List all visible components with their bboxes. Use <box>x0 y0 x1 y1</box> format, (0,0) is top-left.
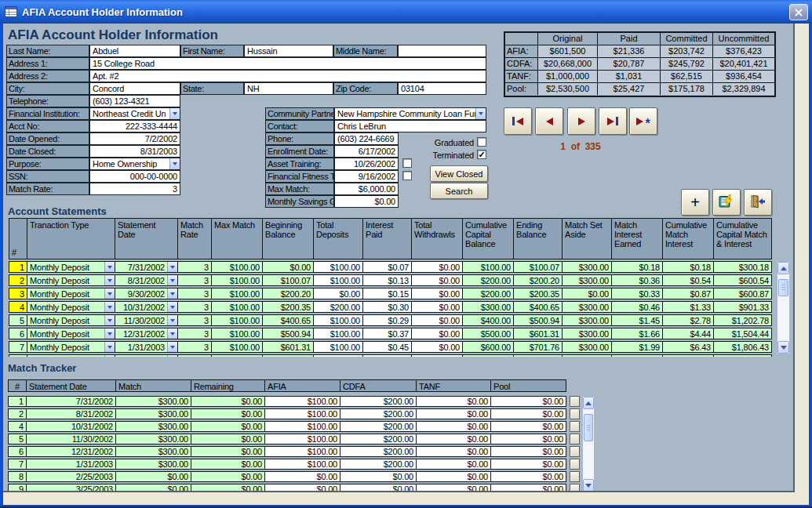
chevron-down-icon[interactable] <box>167 275 177 285</box>
cumulative-capital-match-and-interest-cell[interactable]: $600.54 <box>714 275 771 285</box>
tanf-cell[interactable]: $0.00 <box>417 484 491 492</box>
afia-cell[interactable]: $0.00 <box>265 484 340 492</box>
tracker-row-button[interactable] <box>570 484 580 492</box>
cumulative-capital-match-and-interest-cell[interactable]: $1,202.78 <box>714 315 771 325</box>
address2-field[interactable]: Apt. #2 <box>89 70 486 82</box>
match-rate-cell[interactable]: 3 <box>178 262 212 272</box>
remaining-cell[interactable]: $0.00 <box>191 459 265 469</box>
financial-institution-combobox[interactable]: Northeast Credit Un <box>89 107 180 120</box>
statement-date-cell[interactable]: 11/30/2002 <box>27 434 116 444</box>
chevron-down-icon[interactable] <box>104 275 115 285</box>
last-name-field[interactable]: Abduel <box>89 45 180 57</box>
cdfa-cell[interactable]: $200.00 <box>340 459 417 469</box>
match-rate-cell[interactable]: 3 <box>178 315 212 325</box>
cumulative-match-interest-cell[interactable]: $2.78 <box>663 315 714 325</box>
row-number-cell[interactable]: 5 <box>9 315 27 325</box>
add-statement-button[interactable]: + <box>681 189 709 216</box>
statement-date-cell[interactable]: 1/31/2003 <box>27 459 116 469</box>
tracker-row-button[interactable] <box>570 471 580 482</box>
scroll-up-icon[interactable] <box>777 262 789 274</box>
match-set-aside-cell[interactable]: $300.00 <box>563 262 612 272</box>
chevron-down-icon[interactable] <box>104 355 115 357</box>
window-titlebar[interactable]: AFIA Account Holder Information <box>0 0 812 24</box>
transaction-type-cell[interactable]: Monthly Deposit <box>27 262 115 272</box>
scroll-up-icon[interactable] <box>583 397 594 409</box>
match-set-aside-cell[interactable]: $300.00 <box>563 342 612 352</box>
cumulative-capital-match-and-interest-cell[interactable]: $901.33 <box>714 302 771 312</box>
tanf-cell[interactable]: $0.00 <box>417 459 491 469</box>
tracker-row-button[interactable] <box>570 434 580 444</box>
chevron-down-icon[interactable] <box>167 355 177 357</box>
match-rate-cell[interactable]: 3 <box>178 288 212 299</box>
match-set-aside-cell[interactable]: $300.00 <box>563 315 612 325</box>
cdfa-cell[interactable]: $200.00 <box>340 447 417 456</box>
tracker-scrollbar[interactable] <box>582 396 595 492</box>
close-form-button[interactable] <box>744 189 772 216</box>
match-interest-earned-cell[interactable]: $1.45 <box>612 315 663 325</box>
transaction-type-cell[interactable]: Monthly Deposit <box>27 342 115 352</box>
middle-name-field[interactable] <box>398 45 486 57</box>
total-withdrawls-cell[interactable]: $0.00 <box>412 288 463 299</box>
max-match-cell[interactable]: $100.00 <box>212 328 263 339</box>
interest-paid-cell[interactable]: $0.45 <box>363 342 412 352</box>
statement-date-cell[interactable]: 11/30/2002 <box>115 315 178 325</box>
monthly-savings-goal-field[interactable]: $0.00 <box>334 195 399 208</box>
match-interest-earned-cell[interactable]: $1.99 <box>612 342 663 352</box>
contact-field[interactable]: Chris LeBrun <box>334 120 486 132</box>
tracker-row-button[interactable] <box>570 396 580 407</box>
chevron-down-icon[interactable] <box>167 302 177 312</box>
remaining-cell[interactable]: $0.00 <box>191 409 265 419</box>
tanf-cell[interactable]: $0.00 <box>417 422 491 431</box>
match-cell[interactable]: $300.00 <box>116 434 191 444</box>
match-interest-earned-cell[interactable]: $0.46 <box>612 302 663 312</box>
close-button[interactable] <box>789 4 808 20</box>
cumulative-capital-balance-cell[interactable]: $200.00 <box>463 275 514 285</box>
afia-cell[interactable]: $100.00 <box>265 409 340 419</box>
match-set-aside-cell[interactable]: $300.00 <box>563 275 612 285</box>
row-number-cell[interactable]: 8 <box>9 472 27 481</box>
remaining-cell[interactable]: $0.00 <box>191 472 265 481</box>
total-withdrawls-cell[interactable]: $0.00 <box>412 315 463 325</box>
cumulative-capital-match-and-interest-cell[interactable] <box>714 355 771 357</box>
asset-training-checkbox[interactable] <box>402 158 412 168</box>
date-closed-field[interactable]: 8/31/2003 <box>89 145 180 158</box>
max-match-field[interactable]: $6,000.00 <box>334 183 399 195</box>
max-match-cell[interactable]: $100.00 <box>212 342 263 352</box>
statement-date-cell[interactable] <box>115 355 178 357</box>
last-record-button[interactable] <box>599 107 627 135</box>
cdfa-cell[interactable]: $200.00 <box>340 397 417 406</box>
statement-date-cell[interactable]: 12/31/2002 <box>115 328 178 339</box>
total-deposits-cell[interactable]: $100.00 <box>314 262 363 272</box>
chevron-down-icon[interactable] <box>104 328 115 339</box>
zip-code-field[interactable]: 03104 <box>398 82 486 95</box>
transaction-type-cell[interactable]: Monthly Deposit <box>27 302 115 312</box>
pool-cell[interactable]: $0.00 <box>491 459 566 469</box>
tanf-cell[interactable]: $0.00 <box>417 447 491 456</box>
beginning-balance-cell[interactable]: $200.35 <box>263 302 314 312</box>
chevron-down-icon[interactable] <box>167 328 177 339</box>
tracker-row-button[interactable] <box>570 421 580 432</box>
afia-cell[interactable]: $100.00 <box>265 434 340 444</box>
terminated-checkbox[interactable] <box>477 150 486 159</box>
ending-balance-cell[interactable]: $400.65 <box>514 302 563 312</box>
chevron-down-icon[interactable] <box>169 158 180 169</box>
row-number-cell[interactable]: 5 <box>9 434 27 444</box>
chevron-down-icon[interactable] <box>167 315 177 325</box>
afia-cell[interactable]: $100.00 <box>265 397 340 406</box>
scroll-thumb[interactable] <box>584 414 593 441</box>
row-number-cell[interactable]: 7 <box>9 342 27 352</box>
tracker-row-button[interactable] <box>570 408 580 419</box>
afia-cell[interactable]: $100.00 <box>265 422 340 431</box>
max-match-cell[interactable]: $100.00 <box>212 275 263 285</box>
address1-field[interactable]: 15 College Road <box>89 57 486 70</box>
state-field[interactable]: NH <box>244 82 333 95</box>
match-set-aside-cell[interactable]: $300.00 <box>563 328 612 339</box>
row-number-cell[interactable] <box>9 355 27 357</box>
cumulative-match-interest-cell[interactable]: $0.18 <box>663 262 714 272</box>
cumulative-capital-balance-cell[interactable]: $100.00 <box>463 262 514 272</box>
cumulative-capital-balance-cell[interactable] <box>463 355 514 357</box>
total-withdrawls-cell[interactable]: $0.00 <box>412 275 463 285</box>
previous-record-button[interactable] <box>535 107 563 135</box>
view-closed-button[interactable]: View Closed <box>430 165 488 182</box>
total-deposits-cell[interactable]: $0.00 <box>314 288 363 299</box>
